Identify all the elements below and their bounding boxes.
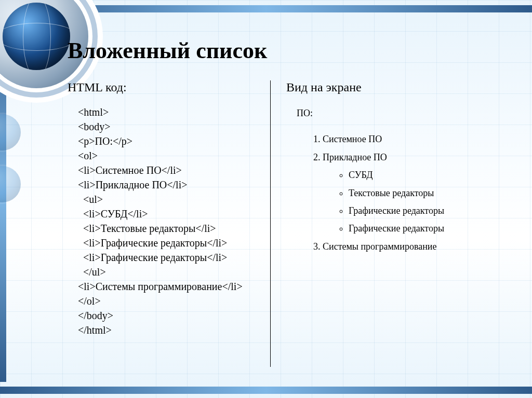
left-column: HTML код: <html> <body> <p>ПО:</p> <ol> … xyxy=(68,80,270,367)
code-line: <li>Графические редакторы</li> xyxy=(78,236,265,250)
code-line: <li>Текстовые редакторы</li> xyxy=(78,221,265,236)
code-line: <body> xyxy=(78,119,265,134)
slide-title: Вложенный список xyxy=(68,37,267,64)
list-item: Графические редакторы xyxy=(349,202,501,219)
code-line: <ol> xyxy=(78,148,265,163)
list-item: Системное ПО xyxy=(323,131,501,147)
list-item: Текстовые редакторы xyxy=(349,185,501,201)
content-area: HTML код: <html> <body> <p>ПО:</p> <ol> … xyxy=(68,80,501,367)
left-header: HTML код: xyxy=(68,80,265,94)
code-line: </ul> xyxy=(78,265,265,279)
code-line: </ol> xyxy=(78,294,265,308)
small-globes-decor xyxy=(0,114,21,218)
bottom-decor-bar xyxy=(0,387,532,394)
code-line: <li>Системное ПО</li> xyxy=(78,163,265,177)
right-column: Вид на экране ПО: Системное ПО Прикладно… xyxy=(270,80,501,367)
globe-icon xyxy=(3,3,70,70)
list-item: Системы программирование xyxy=(323,238,501,255)
code-line: <ul> xyxy=(78,192,265,207)
code-line: </html> xyxy=(78,323,265,337)
small-globe-icon xyxy=(0,114,21,150)
small-globe-icon xyxy=(0,166,21,202)
list-item: СУБД xyxy=(349,167,501,183)
code-line: <li>Системы программирование</li> xyxy=(78,279,265,294)
unordered-list: СУБД Текстовые редакторы Графические ред… xyxy=(323,167,501,237)
rendered-output: ПО: Системное ПО Прикладное ПО СУБД Текс… xyxy=(286,105,501,255)
ordered-list: Системное ПО Прикладное ПО СУБД Текстовы… xyxy=(297,131,501,255)
code-line: <html> xyxy=(78,105,265,119)
list-item: Прикладное ПО СУБД Текстовые редакторы Г… xyxy=(323,149,501,237)
list-item-label: Прикладное ПО xyxy=(323,152,387,162)
code-line: <li>СУБД</li> xyxy=(78,207,265,221)
right-header: Вид на экране xyxy=(286,80,501,94)
list-item: Графические редакторы xyxy=(349,220,501,237)
code-line: <li>Прикладное ПО</li> xyxy=(78,177,265,192)
render-label: ПО: xyxy=(297,105,501,121)
code-line: <li>Графические редакторы</li> xyxy=(78,250,265,265)
code-line: <p>ПО:</p> xyxy=(78,134,265,148)
code-line: </body> xyxy=(78,308,265,323)
code-block: <html> <body> <p>ПО:</p> <ol> <li>Систем… xyxy=(68,105,265,337)
